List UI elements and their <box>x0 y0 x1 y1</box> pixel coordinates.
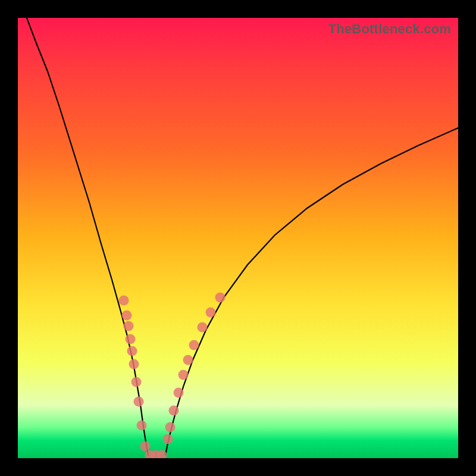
data-point <box>183 355 193 365</box>
plot-area: TheBottleneck.com <box>18 18 458 458</box>
data-point <box>140 441 151 452</box>
data-point <box>215 293 226 303</box>
data-point <box>189 340 199 350</box>
data-point <box>134 397 144 407</box>
data-point <box>129 359 139 369</box>
data-point <box>126 334 136 345</box>
data-point <box>206 308 216 318</box>
data-point <box>198 322 208 333</box>
data-point <box>165 422 176 433</box>
data-point <box>163 434 173 444</box>
chart-frame: TheBottleneck.com <box>0 0 476 476</box>
chart-svg <box>18 18 458 458</box>
data-point <box>174 388 184 398</box>
data-point <box>137 421 147 431</box>
data-point <box>131 377 142 387</box>
data-points <box>119 293 226 459</box>
data-point <box>178 370 189 380</box>
data-point <box>169 406 179 416</box>
data-point <box>127 346 137 356</box>
data-point <box>124 321 134 331</box>
data-point <box>119 296 129 306</box>
right-curve <box>165 128 458 455</box>
data-point <box>122 311 132 321</box>
left-curve <box>27 18 148 455</box>
